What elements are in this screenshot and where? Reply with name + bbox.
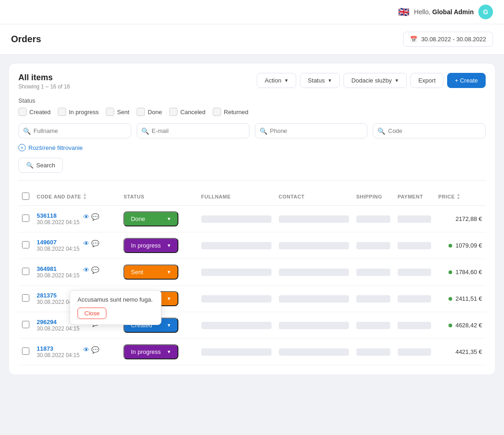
status-checkbox-returned[interactable] (213, 108, 221, 116)
eye-icon[interactable]: 👁 (83, 240, 89, 247)
search-button[interactable]: 🔍 Search (18, 158, 63, 173)
phone-input[interactable] (255, 123, 368, 138)
contact-blurred (279, 269, 349, 276)
row-checkbox[interactable] (22, 294, 29, 302)
message-icon[interactable]: 💬 (91, 346, 99, 353)
status-cell: Sent ▼ (120, 259, 197, 286)
action-button[interactable]: Action ▼ (257, 73, 296, 88)
orders-card: All items Showing 1 – 16 of 16 Action ▼ … (9, 64, 495, 374)
order-code-link[interactable]: 149607 (37, 239, 79, 246)
status-checkbox-inprogress[interactable] (58, 108, 66, 116)
price-cell: 4628,42 € (435, 312, 486, 339)
status-checkbox-canceled[interactable] (169, 108, 177, 116)
payment-cell (394, 259, 435, 286)
contact-cell (275, 339, 353, 365)
contact-cell (275, 232, 353, 259)
status-label: In progress (131, 242, 161, 249)
row-checkbox[interactable] (22, 215, 29, 222)
date-range-text: 30.08.2022 - 30.08.2022 (421, 36, 486, 43)
status-filter-created[interactable]: Created (18, 108, 50, 116)
th-contact: CONTACT (275, 188, 353, 206)
row-checkbox[interactable] (22, 321, 29, 328)
contact-blurred (279, 322, 349, 329)
status-filter-returned[interactable]: Returned (213, 108, 248, 116)
search-icon: 🔍 (26, 162, 33, 169)
code-input[interactable] (373, 123, 486, 138)
status-label: Done (131, 215, 145, 222)
fullname-input[interactable] (18, 123, 131, 138)
status-button[interactable]: Status ▼ (300, 73, 340, 88)
order-code-link[interactable]: 11873 (37, 345, 79, 352)
message-icon[interactable]: 💬 (91, 213, 99, 220)
status-badge[interactable]: Done ▼ (123, 211, 178, 226)
card-header: All items Showing 1 – 16 of 16 Action ▼ … (18, 73, 486, 90)
dodacie-button[interactable]: Dodacie služby ▼ (343, 73, 407, 88)
greeting-text: Hello, Global Admin (414, 8, 474, 16)
status-badge[interactable]: In progress ▼ (123, 238, 178, 253)
order-code-link[interactable]: 364981 (37, 265, 79, 272)
payment-cell (394, 232, 435, 259)
price-cell: 1079,09 € (435, 232, 486, 259)
tooltip-close-button[interactable]: Close (78, 308, 106, 319)
username: Global Admin (432, 8, 474, 16)
dot-green-icon (449, 270, 452, 274)
search-icon: 🔍 (23, 127, 31, 135)
contact-cell (275, 206, 353, 232)
table-row: 364981 30.08.2022 04:15 👁 💬 Sent ▼ 1784,… (18, 259, 486, 286)
row-checkbox[interactable] (22, 268, 29, 275)
message-icon[interactable]: 💬 (91, 266, 99, 274)
message-icon[interactable]: 💬 (91, 240, 99, 247)
status-label: Status (18, 97, 486, 104)
status-badge[interactable]: In progress ▼ (123, 344, 178, 359)
eye-icon[interactable]: 👁 (83, 213, 89, 220)
chevron-down-icon: ▼ (167, 323, 172, 328)
price-value: 4628,42 € (455, 322, 482, 329)
eye-icon[interactable]: 👁 (83, 266, 89, 274)
email-input[interactable] (137, 123, 249, 138)
avatar[interactable]: G (478, 5, 493, 19)
eye-icon[interactable]: 👁 (83, 346, 89, 353)
fullname-blurred (201, 215, 271, 223)
price-value: 1079,09 € (455, 242, 482, 249)
order-date: 30.08.2022 04:15 (37, 352, 79, 358)
status-filters: Created In progress Sent Done Canceled (18, 108, 486, 116)
sort-arrows-icon: ▲▼ (83, 193, 87, 200)
date-range[interactable]: 📅 30.08.2022 - 30.08.2022 (403, 32, 493, 47)
th-code-date: CODE AND DATE ▲▼ (33, 188, 120, 206)
payment-cell (394, 339, 435, 365)
code-date-cell: 536118 30.08.2022 04:15 👁 💬 (33, 206, 120, 232)
fullname-cell (198, 312, 275, 339)
code-field-wrap: 🔍 (373, 123, 486, 138)
status-filter-canceled[interactable]: Canceled (169, 108, 205, 116)
fullname-cell (198, 232, 275, 259)
fullname-blurred (201, 242, 271, 249)
row-checkbox[interactable] (22, 347, 29, 355)
table-header: CODE AND DATE ▲▼ STATUS FULLNAME CONTACT… (18, 188, 486, 206)
status-filter-label-done: Done (148, 109, 162, 116)
status-badge[interactable]: Sent ▼ (123, 264, 178, 280)
status-checkbox-done[interactable] (137, 108, 145, 116)
payment-blurred (398, 322, 431, 329)
status-checkbox-sent[interactable] (106, 108, 114, 116)
code-date-cell: 149607 30.08.2022 04:15 👁 💬 (33, 232, 120, 259)
payment-blurred (398, 215, 431, 223)
advanced-filter[interactable]: + Rozšírené filtrovanie (18, 144, 486, 151)
export-button[interactable]: Export (410, 73, 443, 88)
create-button[interactable]: + Create (447, 73, 486, 88)
row-checkbox[interactable] (22, 241, 29, 248)
fullname-blurred (201, 269, 271, 276)
status-filter-inprogress[interactable]: In progress (58, 108, 99, 116)
th-shipping: SHIPPING (353, 188, 394, 206)
code-date-cell: 11873 30.08.2022 04:15 👁 💬 (33, 339, 120, 365)
select-all-checkbox[interactable] (22, 193, 29, 200)
status-filter-sent[interactable]: Sent (106, 108, 129, 116)
table-row: 149607 30.08.2022 04:15 👁 💬 In progress … (18, 232, 486, 259)
shipping-blurred (356, 322, 390, 329)
order-code-link[interactable]: 536118 (37, 212, 79, 219)
topbar-right: 🇬🇧 Hello, Global Admin G (398, 5, 493, 19)
status-filter-done[interactable]: Done (137, 108, 162, 116)
search-icon: 🔍 (141, 127, 149, 135)
dot-green-icon (449, 244, 452, 248)
price-value: 2172,88 € (455, 215, 482, 222)
status-checkbox-created[interactable] (18, 108, 27, 116)
